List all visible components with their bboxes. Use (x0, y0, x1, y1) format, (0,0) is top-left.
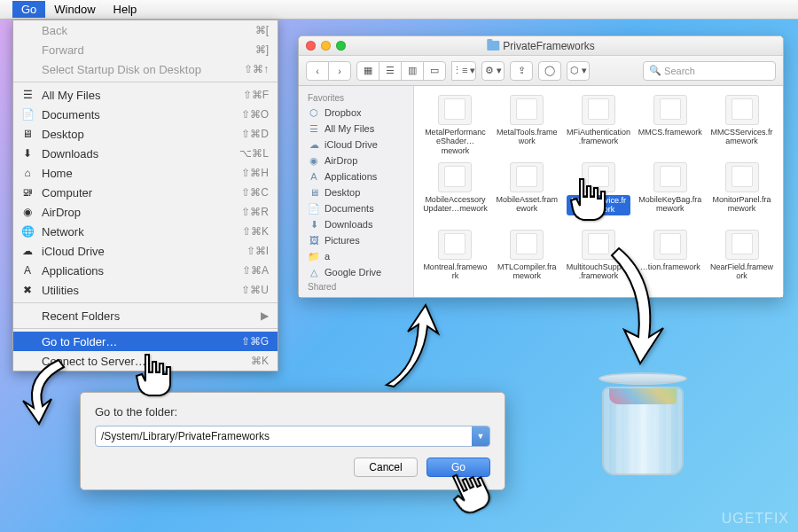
menu-label: All My Files (42, 89, 243, 102)
list-view-button[interactable]: ☰ (379, 61, 402, 81)
framework-icon (725, 95, 759, 125)
sidebar-item[interactable]: 📁a (299, 248, 413, 264)
sidebar-item[interactable]: 🖳hpecb1d7cc… (299, 293, 413, 297)
sidebar-icon: 🖥 (308, 186, 320, 199)
folder-path-input[interactable]: /System/Library/PrivateFrameworks (95, 426, 490, 447)
sidebar-item[interactable]: ☰All My Files (299, 121, 413, 137)
menu-item[interactable]: ☰All My Files⇧⌘F (13, 85, 278, 105)
menu-window[interactable]: Window (45, 1, 104, 18)
sidebar-item[interactable]: ◉AirDrop (299, 153, 413, 168)
sidebar-item[interactable]: ⬡Dropbox (299, 105, 413, 121)
menu-go-to-folder[interactable]: Go to Folder…⇧⌘G (13, 332, 278, 351)
dropbox-button[interactable]: ⬡ ▾ (567, 61, 590, 81)
folder-icon (487, 41, 499, 51)
file-label: MultitouchSupport.framework (567, 262, 631, 281)
menu-shortcut: ⌥⌘L (239, 147, 269, 160)
icon-view-button[interactable]: ▦ (356, 61, 379, 81)
sidebar-label: Pictures (325, 235, 360, 246)
sidebar-item[interactable]: AApplications (299, 168, 413, 184)
dropdown-chevron-icon[interactable]: ▼ (472, 426, 489, 446)
menu-go[interactable]: Go (12, 1, 45, 18)
sidebar-item[interactable]: △Google Drive (299, 264, 413, 280)
menu-item[interactable]: 🖥Desktop⇧⌘D (13, 124, 278, 144)
trash-icon[interactable] (594, 372, 692, 488)
sidebar-icon: ⬡ (308, 106, 320, 119)
file-item[interactable]: MobileKeyBag.framework (636, 160, 704, 224)
file-item[interactable]: MMCS.framework (636, 93, 704, 157)
menu-icon: ⌂ (20, 166, 35, 180)
menu-item[interactable]: ☁iCloud Drive⇧⌘I (13, 241, 278, 261)
menu-connect-to-server[interactable]: Connect to Server…⌘K (13, 351, 278, 371)
go-button[interactable]: Go (426, 458, 490, 477)
file-item[interactable]: MobileAccessoryUpdater…mework (421, 160, 489, 224)
menu-icon: ☰ (20, 88, 35, 102)
sidebar-item[interactable]: ☁iCloud Drive (299, 137, 413, 153)
sidebar-item[interactable]: 📄Documents (299, 200, 413, 216)
tags-button[interactable]: ◯ (538, 61, 561, 81)
finder-titlebar[interactable]: PrivateFrameworks (299, 36, 783, 56)
file-item[interactable]: MFiAuthentication.framework (565, 93, 633, 157)
framework-icon (725, 162, 759, 192)
menu-item[interactable]: 🌐Network⇧⌘K (13, 222, 278, 241)
file-item[interactable]: MTLCompiler.framework (493, 228, 561, 292)
file-item[interactable]: NearField.framework (708, 228, 776, 292)
menu-icon: 🌐 (20, 224, 35, 239)
menu-shortcut: ⇧⌘I (246, 245, 269, 257)
file-label: MFiAuthentication.framework (567, 128, 631, 146)
menu-item[interactable]: 🖳Computer⇧⌘C (13, 183, 278, 202)
arrange-button[interactable]: ⋮≡ ▾ (451, 61, 476, 81)
file-item[interactable]: MobileDevice.framework (565, 160, 633, 224)
traffic-lights (306, 41, 346, 51)
menu-recent-folders[interactable]: Recent Folders▶ (13, 306, 278, 325)
file-item[interactable]: MonitorPanel.framework (708, 160, 776, 224)
share-button[interactable]: ⇪ (510, 61, 533, 81)
sidebar-label: Google Drive (325, 267, 381, 278)
sidebar-icon: 🖳 (308, 295, 320, 297)
menu-item[interactable]: ✖Utilities⇧⌘U (13, 280, 278, 300)
action-button[interactable]: ⚙ ▾ (481, 61, 505, 81)
minimize-button[interactable] (321, 41, 331, 51)
file-item[interactable]: MetalTools.framework (493, 93, 561, 157)
menu-shortcut: ⇧⌘D (241, 128, 269, 140)
search-field[interactable]: 🔍 Search (643, 61, 776, 81)
file-item[interactable]: MultitouchSupport.framework (565, 228, 633, 292)
gallery-view-button[interactable]: ▭ (423, 61, 446, 81)
menu-icon: ✖ (20, 283, 35, 297)
nav-buttons: ‹ › (306, 61, 351, 81)
file-item[interactable]: …tion.framework (636, 228, 704, 292)
sidebar-label: Downloads (325, 219, 372, 230)
file-item[interactable]: MetalPerformanceShader…mework (421, 93, 489, 157)
menu-item[interactable]: ⌂Home⇧⌘H (13, 163, 278, 183)
sidebar-label: AirDrop (325, 155, 357, 166)
back-button[interactable]: ‹ (306, 61, 329, 81)
forward-button[interactable]: › (328, 61, 351, 81)
finder-content[interactable]: MetalPerformanceShader…meworkMetalTools.… (414, 86, 783, 297)
file-label: …tion.framework (640, 262, 700, 271)
file-item[interactable]: MMCSServices.framework (708, 93, 776, 157)
favorites-header: Favorites (299, 91, 413, 105)
file-item[interactable]: MobileAsset.framework (493, 160, 561, 224)
menu-item[interactable]: ⬇Downloads⌥⌘L (13, 144, 278, 163)
column-view-button[interactable]: ▥ (401, 61, 424, 81)
framework-icon (725, 230, 759, 260)
file-label: MMCS.framework (638, 128, 702, 137)
cancel-button[interactable]: Cancel (354, 458, 418, 477)
menu-label: Documents (42, 108, 241, 121)
sidebar-item[interactable]: 🖼Pictures (299, 232, 413, 248)
file-item[interactable]: Montreal.framework (421, 228, 489, 292)
menu-help[interactable]: Help (105, 1, 146, 18)
sidebar-icon: 🖼 (308, 234, 320, 246)
menu-item[interactable]: 📄Documents⇧⌘O (13, 105, 278, 124)
close-button[interactable] (306, 41, 316, 51)
menu-item[interactable]: AApplications⇧⌘A (13, 261, 278, 280)
sidebar-item[interactable]: ⬇Downloads (299, 216, 413, 232)
menu-item[interactable]: ◉AirDrop⇧⌘R (13, 202, 278, 222)
sidebar-icon: ☁ (308, 138, 320, 151)
sidebar-item[interactable]: 🖥Desktop (299, 184, 413, 200)
file-label: MobileAsset.framework (495, 195, 559, 214)
menu-label: Downloads (42, 147, 239, 160)
framework-icon (653, 230, 687, 260)
file-label: MobileAccessoryUpdater…mework (423, 195, 488, 214)
maximize-button[interactable] (336, 41, 346, 51)
arrow-icon (369, 298, 449, 395)
